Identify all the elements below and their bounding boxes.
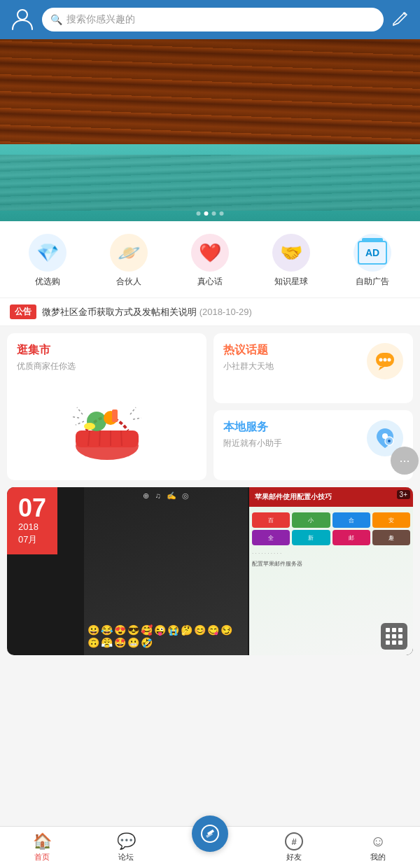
zhishi-label: 知识星球: [274, 276, 308, 288]
search-icon: 🔍: [50, 14, 62, 25]
huoban-icon: 🪐: [110, 234, 148, 272]
svg-point-18: [384, 358, 387, 362]
banner-dot-1[interactable]: [197, 211, 201, 216]
youxuan-icon: 💎: [29, 234, 66, 272]
local-text: 本地服务 附近就有小助手: [223, 420, 282, 449]
category-xinxinhua[interactable]: ❤️ 真心话: [191, 234, 229, 288]
svg-line-11: [77, 407, 83, 414]
ad-icon: AD: [354, 234, 391, 272]
notice-main-text: 微梦社区金币获取方式及发帖相关说明: [42, 307, 197, 317]
banner-dot-4[interactable]: [220, 211, 224, 216]
grid-view-button[interactable]: [381, 623, 407, 650]
date-badge: 07 2018 07月: [7, 487, 57, 554]
feature-section: 逛集市 优质商家任你选: [0, 326, 420, 487]
svg-point-22: [388, 440, 391, 442]
topics-subtitle: 小社群大天地: [223, 360, 274, 372]
category-youxuan[interactable]: 💎 优选购: [29, 234, 66, 288]
ad-label: 自助广告: [356, 276, 389, 288]
date-day: 07: [18, 496, 46, 521]
local-title: 本地服务: [223, 420, 282, 435]
svg-line-13: [76, 421, 84, 425]
notice-text: 微梦社区金币获取方式及发帖相关说明 (2018-10-29): [42, 306, 252, 318]
banner-dot-3[interactable]: [212, 211, 216, 216]
svg-rect-2: [76, 430, 139, 447]
banner-forest-overlay: [0, 39, 420, 158]
avatar-icon[interactable]: [10, 6, 35, 34]
svg-line-8: [99, 430, 100, 446]
search-placeholder: 搜索你感兴趣的: [66, 13, 135, 26]
ad-icon-box: AD: [358, 241, 387, 265]
feature-card-topics[interactable]: 热议话题 小社群大天地: [214, 333, 413, 403]
category-zhishi[interactable]: 🤝 知识星球: [272, 234, 310, 288]
search-bar[interactable]: 🔍 搜索你感兴趣的: [42, 8, 384, 31]
svg-line-15: [133, 418, 141, 419]
svg-point-17: [379, 358, 383, 362]
categories: 💎 优选购 🪐 合伙人 ❤️ 真心话 🤝 知识星球 AD 自助广告: [0, 221, 420, 298]
notice-date: (2018-10-29): [200, 307, 252, 317]
youxuan-label: 优选购: [35, 276, 60, 288]
category-huoban[interactable]: 🪐 合伙人: [110, 234, 148, 288]
header: 🔍 搜索你感兴趣的: [0, 0, 420, 39]
svg-line-10: [121, 430, 122, 446]
market-title: 逛集市: [17, 343, 197, 358]
content-section: 07 2018 07月 😀😂😍😎 🥰😜😭🤔 😊😋😏🙃 😤🤩😬🤣 ⊕♫✍◎: [7, 487, 413, 655]
banner-dot-2[interactable]: [204, 211, 209, 216]
local-subtitle: 附近就有小助手: [223, 438, 282, 449]
feature-card-market[interactable]: 逛集市 优质商家任你选: [7, 333, 206, 480]
huoban-label: 合伙人: [116, 276, 141, 288]
notice-tag: 公告: [10, 304, 36, 319]
banner-reflection: [0, 155, 420, 211]
content-thumb-1[interactable]: 😀😂😍😎 🥰😜😭🤔 😊😋😏🙃 😤🤩😬🤣 ⊕♫✍◎: [84, 487, 248, 655]
xinxinhua-icon: ❤️: [191, 234, 229, 272]
market-subtitle: 优质商家任你选: [17, 360, 197, 372]
basket-illustration: [17, 379, 197, 470]
banner-dots: [197, 211, 224, 216]
topics-text: 热议话题 小社群大天地: [223, 343, 274, 372]
more-button[interactable]: ···: [391, 447, 419, 475]
xinxinhua-label: 真心话: [197, 276, 223, 288]
svg-point-6: [84, 423, 95, 430]
svg-line-12: [71, 416, 79, 418]
banner: [0, 39, 420, 221]
topics-title: 热议话题: [223, 343, 274, 358]
notice-bar[interactable]: 公告 微梦社区金币获取方式及发帖相关说明 (2018-10-29): [0, 298, 420, 326]
zhishi-icon: 🤝: [272, 234, 310, 272]
date-year: 2018 07月: [18, 521, 46, 546]
content-grid: 😀😂😍😎 🥰😜😭🤔 😊😋😏🙃 😤🤩😬🤣 ⊕♫✍◎ 苹果邮件使用配置小技巧 百: [84, 487, 413, 655]
chat-icon: [367, 343, 403, 379]
svg-point-0: [18, 10, 27, 20]
svg-point-19: [388, 358, 391, 362]
content-badge: 3+: [397, 490, 410, 499]
svg-rect-5: [112, 410, 118, 422]
edit-icon[interactable]: [391, 8, 410, 31]
svg-line-14: [130, 407, 136, 414]
category-ad[interactable]: AD 自助广告: [354, 234, 391, 288]
feature-card-local[interactable]: 本地服务 附近就有小助手 ···: [214, 410, 413, 480]
